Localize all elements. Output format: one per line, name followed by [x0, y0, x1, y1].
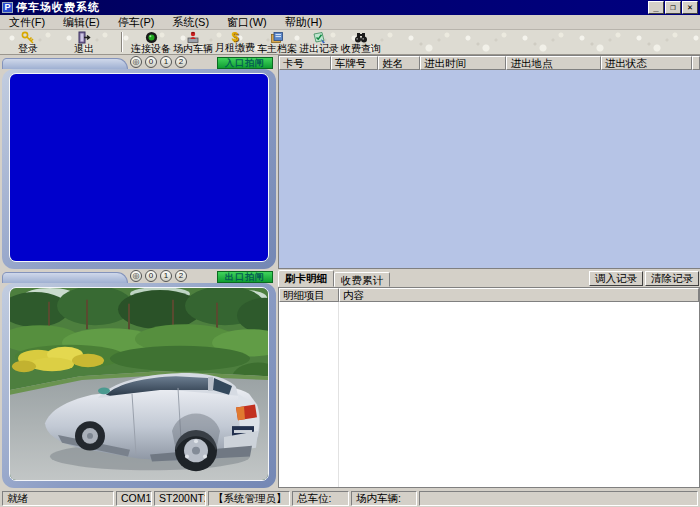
detail-table: 明细项目 内容 [278, 287, 700, 488]
restore-button[interactable]: ❐ [665, 1, 681, 14]
entry-exit-records-label: 进出记录 [299, 44, 339, 54]
records-list: 卡号 车牌号 姓名 进出时间 进出地点 进出状态 [278, 55, 700, 269]
entrance-panel-swoosh [2, 58, 128, 69]
records-header: 卡号 车牌号 姓名 进出时间 进出地点 进出状态 [279, 56, 700, 70]
title-bar: P 停车场收费系统 _ ❐ ✕ [0, 0, 700, 15]
load-records-button[interactable]: 调入记录 [589, 271, 643, 286]
exit-channel-2-button[interactable]: 2 [175, 270, 187, 282]
vehicles-inside-icon [186, 31, 200, 44]
detail-table-body [279, 302, 699, 487]
status-spare [419, 491, 698, 506]
owner-files-icon [270, 31, 284, 44]
close-button[interactable]: ✕ [682, 1, 698, 14]
detail-table-header: 明细项目 内容 [279, 288, 699, 302]
status-bar: 就绪 COM1 ST200NT2 【系统管理员】 总车位: 场内车辆: [0, 489, 700, 507]
entrance-video-feed [9, 73, 269, 262]
exit-video-feed [9, 287, 269, 481]
toolbar: 登录 退出 连接设备 [0, 30, 700, 55]
status-vehicles-inside: 场内车辆: [351, 491, 417, 506]
col-name[interactable]: 姓名 [378, 56, 420, 70]
status-total-spaces: 总车位: [292, 491, 349, 506]
entrance-channel-buttons: ◎ 0 1 2 [130, 56, 187, 68]
entry-exit-records-icon [312, 31, 326, 44]
col-content[interactable]: 内容 [339, 288, 699, 302]
exit-button[interactable]: 退出 [56, 30, 112, 54]
owner-files-button[interactable]: 车主档案 [256, 30, 298, 54]
connect-device-label: 连接设备 [131, 44, 171, 54]
toolbar-separator [121, 32, 123, 52]
connect-device-icon [145, 31, 158, 44]
exit-channel-home-button[interactable]: ◎ [130, 270, 142, 282]
connect-device-button[interactable]: 连接设备 [130, 30, 172, 54]
col-plate-number[interactable]: 车牌号 [331, 56, 379, 70]
col-card-number[interactable]: 卡号 [279, 56, 331, 70]
fee-query-button[interactable]: 收费查询 [340, 30, 382, 54]
col-entry-exit-place[interactable]: 进出地点 [506, 56, 600, 70]
col-entry-exit-status[interactable]: 进出状态 [601, 56, 692, 70]
entrance-camera-frame [2, 69, 276, 269]
entrance-channel-1-button[interactable]: 1 [160, 56, 172, 68]
clear-records-button[interactable]: 清除记录 [645, 271, 699, 286]
tab-card-detail[interactable]: 刷卡明细 [278, 270, 334, 287]
menu-edit[interactable]: 编辑(E) [54, 15, 109, 30]
tab-fee-total[interactable]: 收费累计 [334, 272, 390, 287]
entrance-channel-0-button[interactable]: 0 [145, 56, 157, 68]
menu-system[interactable]: 系统(S) [163, 15, 218, 30]
window-title: 停车场收费系统 [16, 0, 647, 15]
entrance-channel-2-button[interactable]: 2 [175, 56, 187, 68]
monthly-fee-label: 月租缴费 [215, 43, 255, 53]
status-ready: 就绪 [2, 491, 114, 506]
detail-tab-row: 刷卡明细 收费累计 调入记录 清除记录 [278, 270, 700, 287]
fee-query-label: 收费查询 [341, 44, 381, 54]
vehicles-inside-label: 场内车辆 [173, 44, 213, 54]
entrance-gate-button[interactable]: 入口拍闸 [217, 57, 273, 69]
status-operator: 【系统管理员】 [208, 491, 290, 506]
detail-section: 刷卡明细 收费累计 调入记录 清除记录 明细项目 内容 [278, 270, 700, 488]
entrance-camera-panel: ◎ 0 1 2 入口拍闸 [2, 56, 276, 269]
exit-panel-swoosh [2, 272, 128, 283]
key-icon [21, 31, 35, 44]
binoculars-icon [354, 31, 368, 44]
login-label: 登录 [18, 44, 38, 54]
detail-column-divider [338, 302, 339, 487]
status-device-model: ST200NT2 [154, 491, 206, 506]
app-window: P 停车场收费系统 _ ❐ ✕ 文件(F) 编辑(E) 停车(P) 系统(S) … [0, 0, 700, 507]
exit-channel-0-button[interactable]: 0 [145, 270, 157, 282]
vehicles-inside-button[interactable]: 场内车辆 [172, 30, 214, 54]
login-button[interactable]: 登录 [0, 30, 56, 54]
exit-door-icon [77, 31, 91, 44]
minimize-button[interactable]: _ [648, 1, 664, 14]
col-entry-exit-time[interactable]: 进出时间 [420, 56, 506, 70]
exit-camera-frame [2, 283, 276, 488]
status-com-port: COM1 [116, 491, 152, 506]
exit-camera-panel: ◎ 0 1 2 出口拍闸 [2, 270, 276, 488]
menu-file[interactable]: 文件(F) [0, 15, 54, 30]
owner-files-label: 车主档案 [257, 44, 297, 54]
entrance-blue-screen [10, 74, 268, 261]
entrance-camera-header: ◎ 0 1 2 入口拍闸 [2, 56, 276, 69]
records-body [279, 70, 700, 268]
monthly-fee-button[interactable]: $ 月租缴费 [214, 30, 256, 54]
menu-window[interactable]: 窗口(W) [218, 15, 276, 30]
app-icon: P [2, 2, 13, 13]
menu-help[interactable]: 帮助(H) [276, 15, 331, 30]
entry-exit-records-button[interactable]: 进出记录 [298, 30, 340, 54]
exit-camera-header: ◎ 0 1 2 出口拍闸 [2, 270, 276, 283]
entrance-channel-home-button[interactable]: ◎ [130, 56, 142, 68]
col-filler [692, 56, 700, 70]
exit-label: 退出 [74, 44, 94, 54]
detail-buttons: 调入记录 清除记录 [589, 271, 699, 286]
exit-camera-image [10, 288, 268, 480]
col-detail-item[interactable]: 明细项目 [279, 288, 339, 302]
exit-channel-1-button[interactable]: 1 [160, 270, 172, 282]
menu-parking[interactable]: 停车(P) [109, 15, 164, 30]
exit-channel-buttons: ◎ 0 1 2 [130, 270, 187, 282]
exit-gate-button[interactable]: 出口拍闸 [217, 271, 273, 283]
menu-bar: 文件(F) 编辑(E) 停车(P) 系统(S) 窗口(W) 帮助(H) [0, 15, 700, 30]
